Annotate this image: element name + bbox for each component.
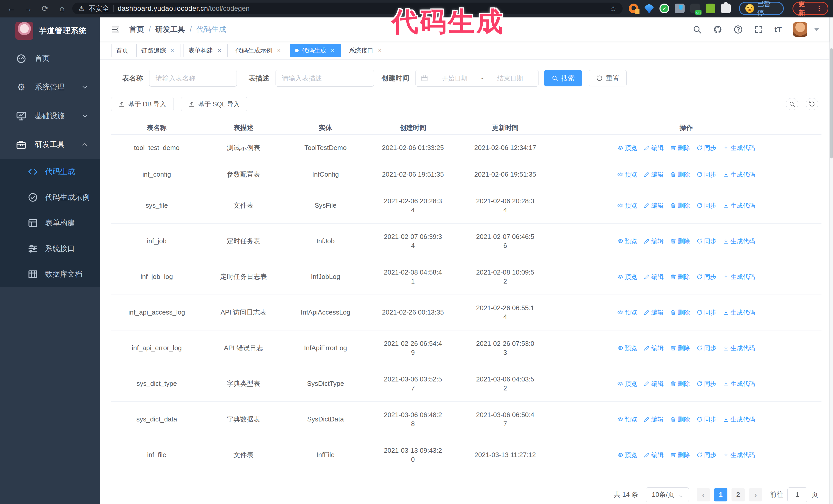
sidebar-item-codegen[interactable]: 代码生成: [0, 159, 100, 185]
delete-action[interactable]: 删除: [670, 170, 690, 179]
hamburger-icon[interactable]: [110, 25, 120, 34]
browser-home-button[interactable]: ⌂: [55, 2, 69, 15]
delete-action[interactable]: 删除: [670, 237, 690, 246]
user-avatar[interactable]: [793, 22, 807, 37]
edit-action[interactable]: 编辑: [644, 415, 664, 424]
font-size-icon[interactable]: tT: [775, 25, 782, 34]
sidebar-item-dev-tools[interactable]: 研发工具: [0, 130, 100, 159]
import-db-button[interactable]: 基于 DB 导入: [111, 97, 174, 111]
tab-codegen-example[interactable]: 代码生成示例 ×: [231, 44, 287, 57]
avatar-caret-icon[interactable]: [814, 28, 819, 31]
breadcrumb-dev-tools[interactable]: 研发工具: [155, 24, 185, 34]
preview-action[interactable]: 预览: [617, 379, 637, 388]
generate-code-action[interactable]: 生成代码: [723, 201, 755, 210]
sync-action[interactable]: 同步: [697, 450, 716, 459]
sidebar-item-infrastructure[interactable]: 基础设施: [0, 101, 100, 130]
fullscreen-icon[interactable]: [754, 25, 763, 34]
preview-action[interactable]: 预览: [617, 201, 637, 210]
app-logo[interactable]: 芋道管理系统: [0, 18, 100, 44]
browser-forward-button[interactable]: →: [22, 2, 35, 15]
sidebar-item-codegen-example[interactable]: 代码生成示例: [0, 185, 100, 210]
sync-action[interactable]: 同步: [697, 170, 716, 179]
search-icon[interactable]: [693, 25, 702, 34]
generate-code-action[interactable]: 生成代码: [723, 450, 755, 459]
tab-home[interactable]: 首页: [111, 44, 133, 57]
address-bar[interactable]: ⚠ 不安全 dashboard.yudao.iocoder.cn/tool/co…: [72, 3, 623, 14]
close-icon[interactable]: ×: [216, 47, 223, 54]
delete-action[interactable]: 删除: [670, 415, 690, 424]
generate-code-action[interactable]: 生成代码: [723, 272, 755, 281]
close-icon[interactable]: ×: [377, 47, 383, 54]
sync-action[interactable]: 同步: [697, 379, 716, 388]
edit-action[interactable]: 编辑: [644, 143, 664, 152]
date-end-placeholder[interactable]: 结束日期: [487, 74, 533, 82]
breadcrumb-home[interactable]: 首页: [129, 24, 144, 34]
extension-on-badge-icon[interactable]: [690, 4, 700, 13]
date-range-picker[interactable]: 开始日期 - 结束日期: [415, 70, 539, 87]
close-icon[interactable]: ×: [276, 47, 282, 54]
delete-action[interactable]: 删除: [670, 143, 690, 152]
edit-action[interactable]: 编辑: [644, 170, 664, 179]
sync-action[interactable]: 同步: [697, 415, 716, 424]
close-icon[interactable]: ×: [329, 47, 336, 54]
preview-action[interactable]: 预览: [617, 343, 637, 353]
preview-action[interactable]: 预览: [617, 170, 637, 179]
sidebar-item-system-api[interactable]: 系统接口: [0, 236, 100, 262]
table-name-input[interactable]: [149, 70, 237, 87]
delete-action[interactable]: 删除: [670, 450, 690, 459]
preview-action[interactable]: 预览: [617, 450, 637, 459]
more-menu-icon[interactable]: ⋮: [816, 5, 823, 13]
delete-action[interactable]: 删除: [670, 343, 690, 353]
search-button[interactable]: 搜索: [544, 70, 582, 87]
edit-action[interactable]: 编辑: [644, 272, 664, 281]
scrollbar-thumb[interactable]: [830, 48, 833, 159]
page-size-select[interactable]: 10条/页: [646, 487, 689, 502]
delete-action[interactable]: 删除: [670, 272, 690, 281]
profile-paused-chip[interactable]: 已暂停: [739, 2, 784, 15]
browser-back-button[interactable]: ←: [5, 2, 18, 15]
edit-action[interactable]: 编辑: [644, 308, 664, 317]
extension-orange-icon[interactable]: [629, 4, 639, 13]
extension-gem-icon[interactable]: [644, 4, 654, 13]
preview-action[interactable]: 预览: [617, 308, 637, 317]
edit-action[interactable]: 编辑: [644, 201, 664, 210]
sync-action[interactable]: 同步: [697, 272, 716, 281]
generate-code-action[interactable]: 生成代码: [723, 237, 755, 246]
generate-code-action[interactable]: 生成代码: [723, 379, 755, 388]
toggle-search-button[interactable]: [786, 98, 798, 110]
generate-code-action[interactable]: 生成代码: [723, 308, 755, 317]
close-icon[interactable]: ×: [169, 47, 175, 54]
preview-action[interactable]: 预览: [617, 237, 637, 246]
edit-action[interactable]: 编辑: [644, 379, 664, 388]
generate-code-action[interactable]: 生成代码: [723, 170, 755, 179]
table-desc-input[interactable]: [276, 70, 374, 87]
sidebar-item-form-builder[interactable]: 表单构建: [0, 210, 100, 236]
sidebar-item-home[interactable]: 首页: [0, 44, 100, 73]
edit-action[interactable]: 编辑: [644, 343, 664, 353]
generate-code-action[interactable]: 生成代码: [723, 415, 755, 424]
delete-action[interactable]: 删除: [670, 308, 690, 317]
page-scrollbar[interactable]: [829, 18, 833, 504]
goto-page-input[interactable]: [787, 487, 807, 502]
prev-page-button[interactable]: ‹: [697, 488, 710, 501]
generate-code-action[interactable]: 生成代码: [723, 143, 755, 152]
github-icon[interactable]: [713, 25, 722, 34]
browser-reload-button[interactable]: ⟳: [39, 2, 52, 15]
help-icon[interactable]: [734, 25, 743, 34]
tab-tracing[interactable]: 链路追踪 ×: [136, 44, 181, 57]
sync-action[interactable]: 同步: [697, 201, 716, 210]
delete-action[interactable]: 删除: [670, 201, 690, 210]
preview-action[interactable]: 预览: [617, 415, 637, 424]
refresh-table-button[interactable]: [806, 98, 818, 110]
page-2-button[interactable]: 2: [732, 488, 745, 501]
bookmark-star-icon[interactable]: ☆: [610, 4, 617, 13]
delete-action[interactable]: 删除: [670, 379, 690, 388]
extension-grid-icon[interactable]: [675, 4, 685, 13]
sidebar-item-system-management[interactable]: ⚙ 系统管理: [0, 73, 100, 101]
reset-button[interactable]: 重置: [589, 70, 627, 87]
preview-action[interactable]: 预览: [617, 272, 637, 281]
tab-codegen[interactable]: 代码生成 ×: [290, 44, 341, 57]
generate-code-action[interactable]: 生成代码: [723, 343, 755, 353]
browser-update-button[interactable]: 更新 ⋮: [792, 2, 828, 15]
tab-system-api[interactable]: 系统接口 ×: [344, 44, 388, 57]
